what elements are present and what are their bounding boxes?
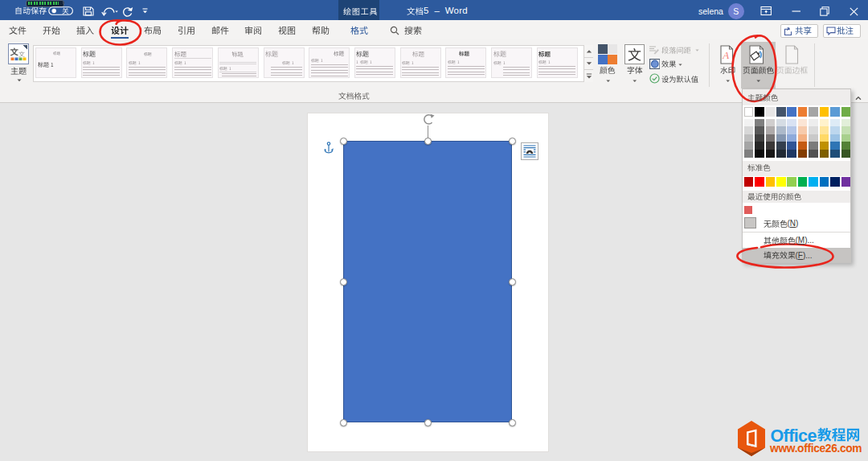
svg-text:A: A (722, 49, 729, 61)
